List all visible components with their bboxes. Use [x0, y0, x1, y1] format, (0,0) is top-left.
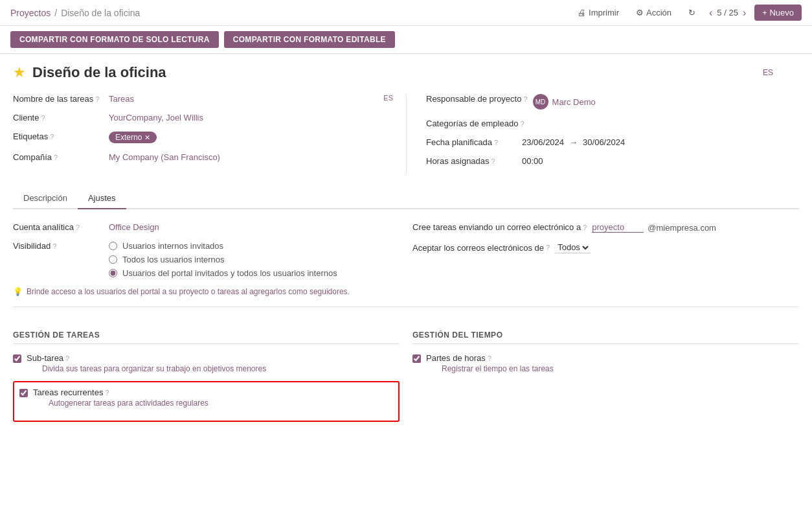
gestion-tiempo-header: GESTIÓN DEL TIEMPO [412, 330, 799, 344]
lang-badge-top: ES [763, 68, 773, 77]
horas-hint[interactable]: ? [491, 157, 495, 165]
categorias-label: Categorías de empleado ? [426, 119, 524, 128]
responsable-field: MD Marc Demo [533, 94, 596, 110]
gestion-tareas-header: GESTIÓN DE TAREAS [13, 330, 400, 344]
compania-hint[interactable]: ? [54, 154, 58, 161]
email-alias-input[interactable]: proyecto [592, 222, 644, 233]
dates-row: 23/06/2024 → 30/06/2024 [522, 137, 625, 147]
print-icon: 🖨 [578, 8, 586, 17]
nombre-tareas-row: Nombre de las tareas ? Tareas ES [13, 94, 393, 104]
refresh-button[interactable]: ↻ [683, 6, 701, 19]
cliente-row: Cliente ? YourCompany, Joel Willis [13, 113, 393, 122]
visibility-radio-3[interactable] [109, 269, 117, 277]
settings-form: Cuenta analítica ? Office Design Visibil… [13, 222, 799, 296]
nombre-tareas-lang: ES [383, 94, 393, 102]
horas-value[interactable]: 00:00 [522, 156, 543, 166]
new-button[interactable]: + Nuevo [754, 5, 802, 21]
next-button[interactable]: › [741, 7, 748, 19]
action-button[interactable]: ⚙ Acción [631, 6, 677, 19]
visibility-radio-2[interactable] [109, 255, 117, 264]
subtarea-checkbox[interactable] [13, 354, 21, 363]
cuenta-hint[interactable]: ? [76, 224, 80, 231]
cliente-label: Cliente ? [13, 113, 104, 122]
divider [13, 307, 799, 307]
avatar: MD [533, 94, 548, 110]
share-editable-button[interactable]: COMPARTIR CON FORMATO EDITABLE [224, 31, 395, 48]
responsable-row: Responsable de proyecto ? MD Marc Demo [426, 94, 786, 110]
nombre-tareas-value[interactable]: Tareas [109, 94, 134, 104]
cuenta-label: Cuenta analítica ? [13, 222, 104, 232]
tag-remove-button[interactable]: ✕ [144, 133, 150, 142]
top-actions: 🖨 Imprimir ⚙ Acción ↻ ‹ 5 / 25 › + Nuevo [572, 5, 802, 21]
cliente-value[interactable]: YourCompany, Joel Willis [109, 113, 203, 122]
tareas-recurrentes-box: Tareas recurrentes ? Autogenerar tareas … [13, 381, 400, 422]
tareas-recurrentes-checkbox[interactable] [19, 389, 28, 397]
horas-label: Horas asignadas ? [426, 156, 517, 166]
accept-select[interactable]: Todos [555, 242, 591, 253]
share-readonly-button[interactable]: COMPARTIR CON FORMATO DE SOLO LECTURA [10, 31, 219, 48]
categorias-hint[interactable]: ? [520, 120, 524, 128]
task-management: GESTIÓN DE TAREAS Sub-tarea ? Divida sus… [13, 318, 799, 428]
crear-tareas-label: Cree tareas enviando un correo electróni… [412, 222, 587, 232]
form-left: Nombre de las tareas ? Tareas ES Cliente… [13, 94, 406, 175]
compania-row: Compañía ? My Company (San Francisco) [13, 152, 393, 162]
compania-label: Compañía ? [13, 152, 104, 162]
partes-horas-content: Partes de horas ? Registrar el tiempo en… [426, 353, 554, 373]
cuenta-row: Cuenta analítica ? Office Design [13, 222, 400, 232]
responsable-label: Responsable de proyecto ? [426, 94, 528, 104]
partes-horas-hint[interactable]: ? [488, 354, 491, 362]
partes-horas-checkbox[interactable] [412, 354, 421, 363]
tab-descripcion[interactable]: Descripción [13, 188, 78, 209]
title-row: ★ Diseño de la oficina ES [13, 64, 799, 81]
visibility-radio-1[interactable] [109, 242, 117, 250]
gestion-tareas-section: GESTIÓN DE TAREAS Sub-tarea ? Divida sus… [13, 318, 400, 428]
nombre-tareas-label: Nombre de las tareas ? [13, 94, 104, 104]
tareas-recurrentes-label: Tareas recurrentes ? [33, 388, 209, 397]
tareas-recurrentes-hint[interactable]: ? [105, 389, 109, 397]
tab-ajustes[interactable]: Ajustes [78, 188, 126, 209]
cliente-hint[interactable]: ? [41, 114, 45, 122]
tareas-recurrentes-item: Tareas recurrentes ? Autogenerar tareas … [19, 388, 393, 408]
etiquetas-hint[interactable]: ? [50, 133, 54, 141]
subtarea-item: Sub-tarea ? Divida sus tareas para organ… [13, 353, 400, 373]
form-right: Responsable de proyecto ? MD Marc Demo C… [406, 94, 799, 175]
crear-tareas-hint[interactable]: ? [583, 224, 587, 231]
info-note: 💡 Brinde acceso a los usuarios del porta… [13, 287, 400, 296]
fecha-to[interactable]: 30/06/2024 [583, 137, 625, 147]
etiquetas-row: Etiquetas ? Externo ✕ [13, 132, 393, 143]
responsable-value[interactable]: Marc Demo [552, 97, 596, 107]
tareas-recurrentes-desc: Autogenerar tareas para actividades regu… [49, 399, 209, 408]
subtarea-label: Sub-tarea ? [27, 353, 266, 363]
responsable-hint[interactable]: ? [523, 95, 527, 103]
print-button[interactable]: 🖨 Imprimir [572, 6, 624, 19]
partes-horas-item: Partes de horas ? Registrar el tiempo en… [412, 353, 799, 373]
etiquetas-label: Etiquetas ? [13, 132, 104, 141]
email-create-row: proyecto @miempresa.com [592, 222, 716, 233]
share-bar: COMPARTIR CON FORMATO DE SOLO LECTURA CO… [0, 26, 812, 54]
visibility-opt1[interactable]: Usuarios internos invitados [109, 241, 337, 251]
visibilidad-row: Visibilidad ? Usuarios internos invitado… [13, 241, 400, 278]
nombre-tareas-hint[interactable]: ? [95, 95, 99, 103]
partes-horas-desc: Registrar el tiempo en las tareas [442, 364, 554, 373]
prev-button[interactable]: ‹ [707, 7, 714, 19]
breadcrumb-current: Diseño de la oficina [61, 8, 140, 18]
subtarea-hint[interactable]: ? [65, 354, 69, 362]
breadcrumb-separator: / [54, 8, 57, 18]
categorias-row: Categorías de empleado ? [426, 119, 786, 128]
fecha-from[interactable]: 23/06/2024 [522, 137, 564, 147]
fecha-hint[interactable]: ? [494, 139, 498, 146]
cuenta-value[interactable]: Office Design [109, 222, 159, 232]
visibilidad-hint[interactable]: ? [52, 242, 56, 250]
top-bar: Proyectos / Diseño de la oficina 🖨 Impri… [0, 0, 812, 26]
tabs: Descripción Ajustes [13, 188, 799, 209]
crear-tareas-row: Cree tareas enviando un correo electróni… [412, 222, 799, 233]
visibility-opt2[interactable]: Todos los usuarios internos [109, 255, 337, 264]
page-title: Diseño de la oficina [32, 64, 166, 81]
bulb-icon: 💡 [13, 287, 23, 296]
tareas-recurrentes-content: Tareas recurrentes ? Autogenerar tareas … [33, 388, 209, 408]
breadcrumb-parent[interactable]: Proyectos [10, 8, 51, 18]
star-icon[interactable]: ★ [13, 64, 26, 81]
accept-hint[interactable]: ? [546, 244, 550, 251]
visibility-opt3[interactable]: Usuarios del portal invitados y todos lo… [109, 268, 337, 278]
compania-value[interactable]: My Company (San Francisco) [109, 152, 220, 162]
